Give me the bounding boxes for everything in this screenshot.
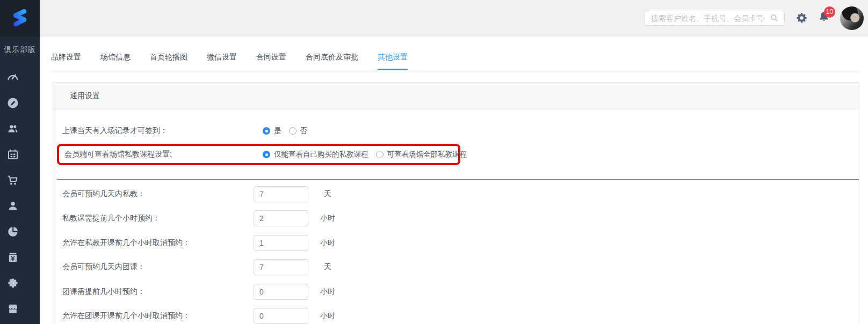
main-area: 10 品牌设置场馆信息首页轮播图微信设置合同设置合同底价及审批其他设置 通用设置… bbox=[40, 0, 868, 324]
radio-row-1: 会员端可查看场馆私教课程设置:仅能查看自己购买的私教课程可查看场馆全部私教课程 bbox=[53, 143, 859, 166]
number-input[interactable] bbox=[254, 259, 308, 275]
section-divider bbox=[57, 179, 859, 180]
field-label: 允许在私教开课前几个小时取消预约： bbox=[62, 238, 254, 248]
field-label: 会员可预约几天内私教： bbox=[62, 189, 254, 199]
sidebar-item-3[interactable] bbox=[0, 142, 26, 167]
input-row-1: 私教课需提前几个小时预约：小时 bbox=[53, 207, 859, 231]
radio-option-label: 可查看场馆全部私教课程 bbox=[387, 150, 467, 159]
tab-contract-settings[interactable]: 合同设置 bbox=[256, 45, 286, 70]
settings-form: 上课当天有入场记录才可签到：是否会员端可查看场馆私教课程设置:仅能查看自己购买的… bbox=[53, 109, 859, 324]
radio-option[interactable]: 是 bbox=[263, 126, 281, 136]
search-icon[interactable] bbox=[770, 13, 779, 23]
tab-brand-settings[interactable]: 品牌设置 bbox=[51, 45, 81, 70]
dashboard-icon bbox=[6, 71, 19, 84]
radio-group: 仅能查看自己购买的私教课程可查看场馆全部私教课程 bbox=[254, 150, 467, 159]
s-logo-icon bbox=[9, 7, 31, 30]
sidebar-item-8[interactable] bbox=[0, 270, 26, 296]
unit-label: 小时 bbox=[316, 238, 339, 248]
unit-label: 天 bbox=[316, 189, 339, 199]
radio-checked-icon[interactable] bbox=[263, 151, 270, 158]
radio-option-label: 否 bbox=[300, 126, 308, 136]
radio-unchecked-icon[interactable] bbox=[376, 151, 384, 158]
gear-icon bbox=[795, 12, 808, 24]
field-label: 会员可预约几天内团课： bbox=[62, 262, 254, 272]
unit-label: 小时 bbox=[316, 287, 339, 297]
notifications-button[interactable]: 10 bbox=[818, 11, 830, 26]
highlight-box: 会员端可查看场馆私教课程设置:仅能查看自己购买的私教课程可查看场馆全部私教课程 bbox=[57, 144, 460, 165]
app-logo bbox=[0, 0, 40, 36]
puzzle-icon bbox=[6, 277, 19, 290]
field-label: 团课需提前几小时预约： bbox=[62, 287, 254, 297]
customer-search-box bbox=[644, 11, 785, 26]
tab-wechat-settings[interactable]: 微信设置 bbox=[207, 45, 237, 70]
radio-checked-icon[interactable] bbox=[263, 127, 270, 135]
field-label: 上课当天有入场记录才可签到： bbox=[62, 126, 254, 136]
radio-option[interactable]: 仅能查看自己购买的私教课程 bbox=[263, 150, 368, 159]
general-settings-panel: 通用设置 上课当天有入场记录才可签到：是否会员端可查看场馆私教课程设置:仅能查看… bbox=[53, 82, 859, 324]
field-label: 允许在团课开课前几个小时取消预约： bbox=[62, 311, 254, 321]
content: 品牌设置场馆信息首页轮播图微信设置合同设置合同底价及审批其他设置 通用设置 上课… bbox=[40, 36, 868, 324]
input-row-2: 允许在私教开课前几个小时取消预约：小时 bbox=[53, 231, 859, 255]
tab-contract-base-price-approval[interactable]: 合同底价及审批 bbox=[306, 45, 358, 70]
edit-icon bbox=[6, 97, 19, 109]
sidebar-item-1[interactable] bbox=[0, 90, 26, 116]
tab-home-carousel[interactable]: 首页轮播图 bbox=[150, 45, 187, 70]
team-icon bbox=[6, 122, 19, 135]
sidebar-item-5[interactable] bbox=[0, 193, 26, 219]
app-window: 俱乐部版 10 bbox=[0, 0, 868, 324]
radio-unchecked-icon[interactable] bbox=[289, 127, 296, 135]
sidebar-nav bbox=[0, 64, 40, 322]
sidebar-item-2[interactable] bbox=[0, 116, 26, 142]
sidebar-item-4[interactable] bbox=[0, 167, 26, 193]
panel-title: 通用设置 bbox=[53, 83, 859, 109]
radio-option[interactable]: 否 bbox=[289, 126, 308, 136]
cart-icon bbox=[6, 174, 19, 187]
number-input[interactable] bbox=[254, 210, 308, 226]
number-input[interactable] bbox=[254, 284, 308, 300]
topbar: 10 bbox=[40, 0, 868, 36]
cashbox-icon bbox=[6, 251, 19, 264]
input-row-0: 会员可预约几天内私教：天 bbox=[53, 182, 859, 207]
field-label: 会员端可查看场馆私教课程设置: bbox=[64, 150, 254, 159]
radio-group: 是否 bbox=[254, 126, 307, 136]
calendar-icon bbox=[6, 148, 19, 161]
member-icon bbox=[6, 200, 19, 212]
sidebar-item-0[interactable] bbox=[0, 64, 26, 90]
pie-chart-icon bbox=[6, 225, 19, 238]
settings-tabs: 品牌设置场馆信息首页轮播图微信设置合同设置合同底价及审批其他设置 bbox=[51, 45, 859, 70]
field-label: 私教课需提前几个小时预约： bbox=[62, 213, 254, 223]
input-row-4: 团课需提前几小时预约：小时 bbox=[53, 279, 859, 304]
number-input[interactable] bbox=[254, 235, 308, 251]
radio-option-label: 是 bbox=[274, 126, 281, 136]
unit-label: 天 bbox=[316, 262, 339, 272]
radio-option[interactable]: 可查看场馆全部私教课程 bbox=[376, 150, 467, 159]
unit-label: 小时 bbox=[316, 213, 339, 223]
customer-search-input[interactable] bbox=[650, 13, 770, 23]
edition-label: 俱乐部版 bbox=[0, 45, 40, 55]
radio-option-label: 仅能查看自己购买的私教课程 bbox=[274, 150, 368, 159]
settings-button[interactable] bbox=[795, 12, 808, 24]
number-settings-rows: 会员可预约几天内私教：天私教课需提前几个小时预约：小时允许在私教开课前几个小时取… bbox=[53, 182, 859, 324]
number-input[interactable] bbox=[254, 186, 308, 202]
input-row-3: 会员可预约几天内团课：天 bbox=[53, 255, 859, 280]
notification-badge: 10 bbox=[824, 6, 835, 18]
sidebar-item-7[interactable] bbox=[0, 245, 26, 270]
sidebar: 俱乐部版 bbox=[0, 0, 40, 324]
sidebar-item-9[interactable] bbox=[0, 296, 26, 322]
number-input[interactable] bbox=[254, 308, 308, 324]
sidebar-item-6[interactable] bbox=[0, 219, 26, 245]
unit-label: 小时 bbox=[316, 311, 339, 321]
tab-other-settings[interactable]: 其他设置 bbox=[378, 45, 408, 70]
tab-venue-info[interactable]: 场馆信息 bbox=[100, 45, 131, 70]
input-row-5: 允许在团课开课前几个小时取消预约：小时 bbox=[53, 304, 859, 324]
user-avatar[interactable] bbox=[840, 6, 864, 30]
shop-icon bbox=[6, 303, 19, 315]
radio-row-0: 上课当天有入场记录才可签到：是否 bbox=[53, 119, 859, 143]
